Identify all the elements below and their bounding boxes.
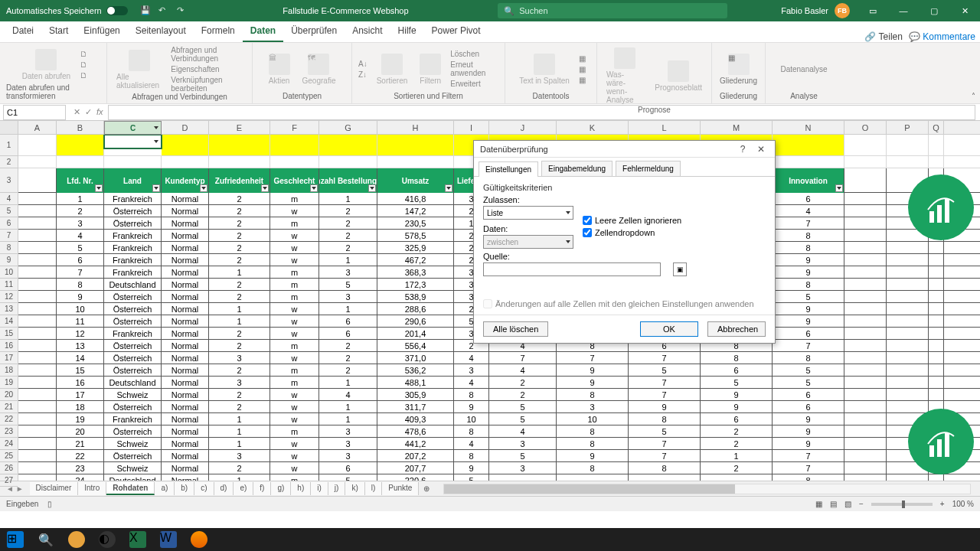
cell[interactable] (844, 438, 887, 449)
cell[interactable] (887, 315, 929, 327)
firefox-taskbar-icon[interactable] (184, 528, 214, 551)
cell[interactable] (929, 291, 944, 302)
cell[interactable]: w (270, 303, 319, 315)
cell[interactable]: 368,3 (377, 266, 454, 278)
column-header[interactable]: B (57, 121, 104, 134)
ribbon-tab-einfügen[interactable]: Einfügen (76, 21, 127, 42)
cell[interactable]: 8 (773, 242, 844, 253)
cell[interactable]: 230,5 (377, 217, 454, 229)
cell[interactable]: Normal (162, 266, 209, 278)
cell[interactable]: 10 (454, 413, 489, 425)
cell[interactable] (18, 279, 57, 290)
column-header[interactable]: K (557, 121, 629, 134)
cell[interactable]: 325,9 (377, 242, 454, 253)
fx-icon[interactable]: fx (96, 107, 103, 117)
cell[interactable]: w (270, 389, 319, 400)
cell[interactable]: 5 (773, 291, 844, 302)
cell[interactable] (18, 450, 57, 461)
cell[interactable]: 5 (489, 413, 557, 425)
ribbon-tab-seitenlayout[interactable]: Seitenlayout (128, 21, 194, 42)
cell[interactable] (18, 230, 57, 241)
row-header[interactable]: 4 (0, 193, 18, 205)
minimize-icon[interactable]: — (888, 0, 919, 21)
cell[interactable] (887, 279, 929, 290)
row-header[interactable]: 18 (0, 364, 18, 377)
row-header[interactable]: 3 (0, 168, 18, 193)
cell[interactable] (773, 156, 844, 168)
cell[interactable]: 4 (57, 230, 104, 241)
row-header[interactable]: 21 (0, 401, 18, 413)
cell[interactable]: 147,2 (377, 205, 454, 217)
cell[interactable] (319, 135, 377, 155)
task-view-icon[interactable] (61, 528, 92, 551)
cell[interactable] (18, 135, 57, 155)
cell[interactable]: 21 (57, 438, 104, 449)
cell[interactable]: Normal (162, 340, 209, 351)
sheet-tab[interactable]: Punkte (382, 482, 419, 495)
cell[interactable]: 3 (319, 266, 377, 278)
cell[interactable]: Normal (162, 217, 209, 229)
column-header[interactable]: I (454, 121, 489, 134)
cell[interactable] (887, 291, 929, 302)
cell[interactable] (887, 352, 929, 364)
cell[interactable]: 6 (773, 401, 844, 412)
cell[interactable]: 7 (773, 462, 844, 474)
cell[interactable]: 2 (209, 340, 270, 351)
cell[interactable] (18, 254, 57, 266)
cell[interactable]: 8 (454, 389, 489, 400)
cell[interactable]: 3 (319, 425, 377, 437)
cell[interactable]: Normal (162, 205, 209, 217)
ribbon-tab-start[interactable]: Start (41, 21, 76, 42)
sheet-tab[interactable]: i) (311, 482, 328, 495)
sheet-tab[interactable]: f) (253, 482, 271, 495)
cell[interactable]: 1 (701, 450, 773, 461)
cell[interactable] (844, 352, 887, 364)
cell[interactable]: Normal (162, 438, 209, 449)
table-header[interactable]: Geschlecht (270, 168, 319, 193)
cell[interactable]: 2 (209, 401, 270, 412)
cell[interactable]: Schweiz (104, 462, 162, 474)
cell[interactable]: 7 (57, 266, 104, 278)
cell[interactable] (929, 242, 944, 253)
row-header[interactable]: 5 (0, 205, 18, 217)
cell[interactable]: 8 (629, 462, 701, 474)
cell[interactable] (18, 401, 57, 412)
cell[interactable]: Deutschland (104, 474, 162, 481)
cell[interactable]: Frankreich (104, 230, 162, 241)
filter-button[interactable]: Filtern (416, 52, 444, 86)
cell[interactable]: 8 (773, 474, 844, 481)
cell[interactable]: 290,6 (377, 315, 454, 327)
cell[interactable]: Normal (162, 242, 209, 253)
save-icon[interactable]: 💾 (140, 5, 151, 16)
cell[interactable]: 4 (319, 389, 377, 400)
cell[interactable] (57, 135, 104, 155)
cell[interactable]: 2 (209, 279, 270, 290)
cell[interactable]: 5 (489, 401, 557, 412)
cell[interactable]: 409,3 (377, 413, 454, 425)
close-icon[interactable]: ✕ (949, 0, 980, 21)
cell[interactable]: 18 (57, 401, 104, 412)
cell[interactable]: 2 (209, 217, 270, 229)
table-header[interactable]: Zufriedenheit (209, 168, 270, 193)
cell[interactable] (844, 230, 887, 241)
allow-dropdown[interactable]: Liste (483, 206, 573, 220)
cell[interactable] (377, 135, 454, 155)
cell[interactable]: 8 (773, 230, 844, 241)
cell[interactable]: 1 (319, 413, 377, 425)
cell[interactable]: 7 (557, 352, 629, 364)
cell[interactable]: 13 (57, 340, 104, 351)
row-header[interactable]: 27 (0, 474, 18, 487)
row-header[interactable]: 9 (0, 254, 18, 266)
cell[interactable] (701, 474, 773, 481)
cell[interactable] (18, 291, 57, 302)
column-header[interactable]: E (209, 121, 270, 134)
ribbon-tab-hilfe[interactable]: Hilfe (390, 21, 424, 42)
cell[interactable]: 2 (209, 230, 270, 241)
cell[interactable]: 10 (557, 413, 629, 425)
table-header[interactable]: Land (104, 168, 162, 193)
cell[interactable] (18, 389, 57, 400)
cell[interactable] (844, 462, 887, 474)
cell[interactable] (887, 303, 929, 315)
cell[interactable]: 3 (454, 364, 489, 376)
row-header[interactable]: 12 (0, 291, 18, 303)
